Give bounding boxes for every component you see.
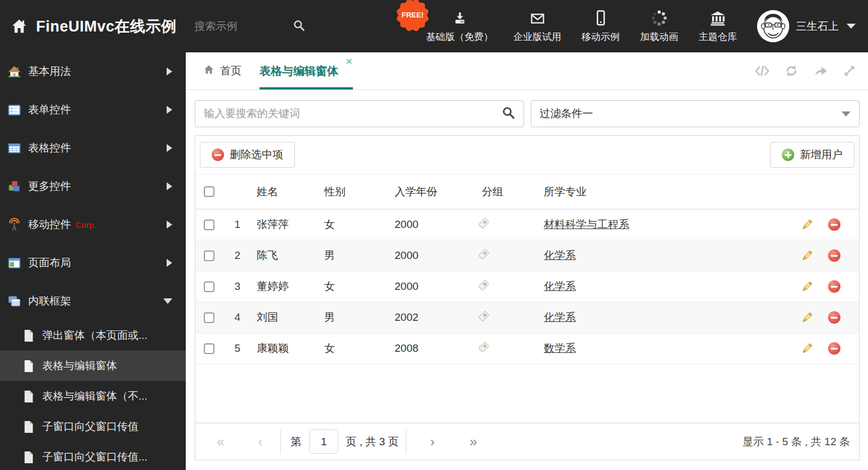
page-suffix-label: 页 , 共 3 页 [346,435,399,449]
cell-actions [789,280,859,293]
chevron-right-icon [167,68,172,75]
cell-year: 2000 [390,218,474,231]
column-header-group[interactable]: 分组 [474,185,536,199]
column-header-gender[interactable]: 性别 [322,185,390,199]
sidebar-subitem-child-to-parent-2[interactable]: 子窗口向父窗口传值... [0,442,186,470]
nav-item-enterprise-trial[interactable]: 企业版试用 [513,10,561,43]
cell-group [474,248,536,264]
column-header-year[interactable]: 入学年份 [390,185,474,199]
table-row: 4 刘国 男 2002 化学系 [195,302,859,333]
cell-year: 2000 [390,249,474,262]
chevron-down-icon [163,298,172,304]
edit-icon[interactable] [800,342,813,355]
major-link[interactable]: 数学系 [544,342,576,354]
delete-icon[interactable] [828,249,840,262]
delete-icon[interactable] [828,342,840,355]
edit-icon[interactable] [800,280,813,293]
major-link[interactable]: 化学系 [544,280,576,292]
delete-selected-button[interactable]: 删除选中项 [200,142,295,168]
filter-row: 输入要搜索的关键词 过滤条件一 [195,100,860,127]
sidebar: 基本用法 表单控件 表格控件 更多控件 [0,52,186,470]
nav-label: 基础版（免费） [426,30,493,43]
cell-major: 数学系 [536,341,789,356]
row-checkbox[interactable] [204,281,214,292]
major-link[interactable]: 材料科学与工程系 [544,218,629,230]
nav-item-basic-free[interactable]: FREE! 基础版（免费） [426,10,493,43]
table-header: 姓名 性别 入学年份 分组 所学专业 [195,174,859,209]
header-search-placeholder: 搜索示例 [195,19,238,34]
user-menu[interactable]: 三生石上 [757,10,856,42]
sidebar-subitem-grid-edit-window[interactable]: 表格与编辑窗体 [0,351,186,381]
edit-icon[interactable] [800,311,813,324]
delete-icon[interactable] [828,218,840,231]
cell-group [474,279,536,295]
cell-actions [789,249,859,262]
keyword-search-input[interactable]: 输入要搜索的关键词 [195,100,524,127]
major-link[interactable]: 化学系 [544,249,576,261]
nav-item-theme-repo[interactable]: 主题仓库 [699,10,737,43]
forward-icon[interactable] [813,65,828,77]
sidebar-item-mobile-controls[interactable]: 移动控件 Corp. [0,205,186,244]
sidebar-item-grid-controls[interactable]: 表格控件 [0,129,186,167]
row-number: 5 [222,342,252,355]
refresh-icon[interactable] [785,64,798,78]
column-header-name[interactable]: 姓名 [252,185,322,199]
delete-icon[interactable] [828,311,840,324]
cell-gender: 女 [322,279,390,294]
row-checkbox[interactable] [204,312,214,323]
corp-badge: Corp. [75,220,96,230]
major-link[interactable]: 化学系 [544,311,576,323]
select-all-checkbox[interactable] [204,186,214,197]
next-page-button[interactable]: › [430,435,435,449]
search-icon[interactable] [502,106,515,122]
add-user-button[interactable]: 新增用户 [770,142,854,168]
tag-icon [477,310,490,326]
sidebar-subitem-child-to-parent[interactable]: 子窗口向父窗口传值 [0,411,186,442]
chevron-right-icon [167,221,172,229]
bank-icon [709,10,727,26]
tag-icon [477,217,490,233]
cell-name: 张萍萍 [252,217,322,232]
sidebar-item-more-controls[interactable]: 更多控件 [0,167,186,205]
tab-home[interactable]: 首页 [203,52,241,89]
row-checkbox[interactable] [204,250,214,261]
tab-grid-edit-window[interactable]: 表格与编辑窗体 ✕ [259,52,353,89]
chevron-right-icon [167,259,172,267]
sidebar-subitem-grid-edit-window-2[interactable]: 表格与编辑窗体（不... [0,381,186,411]
sidebar-item-page-layout[interactable]: 页面布局 [0,244,186,282]
header-search[interactable]: 搜索示例 [195,19,305,34]
expand-icon[interactable] [843,65,856,77]
first-page-button[interactable]: « [217,435,224,449]
sidebar-item-basic-usage[interactable]: 基本用法 [0,52,186,91]
header-nav: FREE! 基础版（免费） 企业版试用 移动示例 [426,10,856,43]
table-row: 2 陈飞 男 2000 化学系 [195,240,859,271]
app-window: FineUIMvc在线示例 搜索示例 FREE! 基础版（免费） [0,0,868,470]
nav-item-mobile-demo[interactable]: 移动示例 [581,10,620,43]
cell-gender: 男 [322,248,390,263]
prev-page-button[interactable]: ‹ [258,435,262,449]
row-checkbox[interactable] [204,343,214,354]
nav-item-loading-animations[interactable]: 加载动画 [640,10,678,43]
sidebar-item-iframe[interactable]: 内联框架 [0,282,186,320]
row-number: 3 [222,280,252,293]
last-page-button[interactable]: » [469,435,477,449]
brand[interactable]: FineUIMvc在线示例 [10,16,177,37]
row-checkbox[interactable] [204,220,214,230]
source-code-icon[interactable] [755,65,769,77]
home-icon [203,64,215,78]
edit-icon[interactable] [800,218,813,231]
search-icon[interactable] [293,19,305,34]
caret-down-icon [842,111,851,117]
tag-icon [477,279,490,295]
delete-icon[interactable] [828,280,840,293]
column-header-major[interactable]: 所学专业 [536,185,789,199]
sidebar-item-form-controls[interactable]: 表单控件 [0,91,186,129]
edit-icon[interactable] [800,249,813,262]
close-icon[interactable]: ✕ [346,57,353,66]
cell-actions [789,311,859,324]
filter-dropdown[interactable]: 过滤条件一 [531,100,860,127]
page-input[interactable] [309,429,338,454]
row-number: 1 [222,218,252,231]
sidebar-subitem-popup-window[interactable]: 弹出窗体（本页面或... [0,320,186,351]
cell-gender: 女 [322,341,390,356]
